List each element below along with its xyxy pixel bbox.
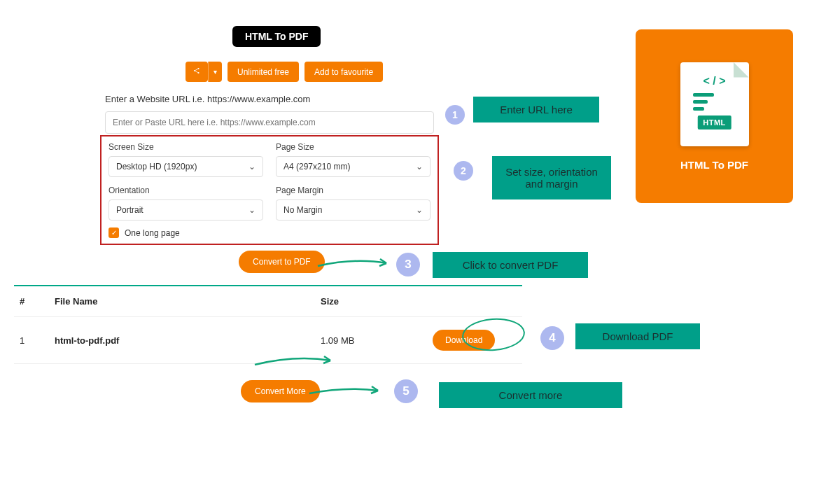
table-header-row: # File Name Size [14,293,522,316]
page-size-label: Page Size [276,142,430,152]
arrow-icon [316,253,393,277]
page-size-value: A4 (297x210 mm) [284,162,350,172]
annotation-note-3: Click to convert PDF [433,252,588,278]
promo-card: < / > HTML HTML To PDF [636,29,793,203]
settings-panel: Screen Size Desktop HD (1920px) ⌄ Page S… [100,135,439,245]
row-size: 1.09 MB [321,335,433,346]
url-input[interactable] [105,111,434,134]
annotation-note-1: Enter URL here [473,97,599,122]
share-icon [192,66,201,75]
page-size-select[interactable]: A4 (297x210 mm) ⌄ [276,156,430,177]
orientation-value: Portrait [116,205,144,215]
convert-more-button[interactable]: Convert More [241,380,320,402]
one-long-page-row[interactable]: ✓ One long page [108,227,430,238]
code-icon: < / > [703,75,725,88]
convert-pdf-button[interactable]: Convert to PDF [239,251,325,273]
url-form: Enter a Website URL i.e. https://www.exa… [105,94,434,134]
one-long-page-label: One long page [125,228,180,238]
row-filename: html-to-pdf.pdf [55,335,321,346]
annotation-note-5: Convert more [439,382,622,408]
chevron-down-icon: ⌄ [416,205,423,215]
unlimited-free-button[interactable]: Unlimited free [227,62,299,82]
promo-file-icon: < / > HTML [680,62,749,146]
annotation-badge-1: 1 [445,105,465,125]
page-margin-select[interactable]: No Margin ⌄ [276,200,430,220]
promo-file-badge: HTML [697,115,732,130]
chevron-down-icon: ⌄ [416,162,423,172]
header-actions: ▾ Unlimited free Add to favourite [186,62,383,82]
annotation-note-4: Download PDF [575,323,700,349]
tool-title-pill: HTML To PDF [232,26,321,47]
annotation-badge-4: 4 [540,326,564,350]
promo-title: HTML To PDF [680,159,748,171]
page-margin-value: No Margin [284,205,322,215]
add-favourite-button[interactable]: Add to favourite [304,62,383,82]
annotation-badge-5: 5 [394,379,418,403]
orientation-label: Orientation [108,186,263,195]
screen-size-label: Screen Size [108,142,263,152]
th-filename: File Name [55,296,321,307]
download-button[interactable]: Download [433,330,495,351]
th-number: # [20,296,55,307]
share-dropdown-toggle[interactable]: ▾ [208,62,222,82]
orientation-select[interactable]: Portrait ⌄ [108,200,263,220]
one-long-page-checkbox[interactable]: ✓ [108,227,119,238]
table-accent-bar [14,285,522,286]
annotation-badge-3: 3 [396,253,420,276]
table-row: 1 html-to-pdf.pdf 1.09 MB Download [14,316,522,364]
share-button[interactable] [186,62,208,82]
url-label: Enter a Website URL i.e. https://www.exa… [105,94,434,104]
screen-size-select[interactable]: Desktop HD (1920px) ⌄ [108,156,263,177]
chevron-down-icon: ⌄ [248,205,255,215]
row-number: 1 [20,335,55,346]
chevron-down-icon: ⌄ [248,162,255,172]
annotation-note-2: Set size, orientation and margin [492,156,611,200]
page-margin-label: Page Margin [276,186,430,195]
th-size: Size [321,296,433,307]
results-table: # File Name Size 1 html-to-pdf.pdf 1.09 … [14,285,522,364]
screen-size-value: Desktop HD (1920px) [116,162,197,172]
annotation-badge-2: 2 [454,161,473,181]
